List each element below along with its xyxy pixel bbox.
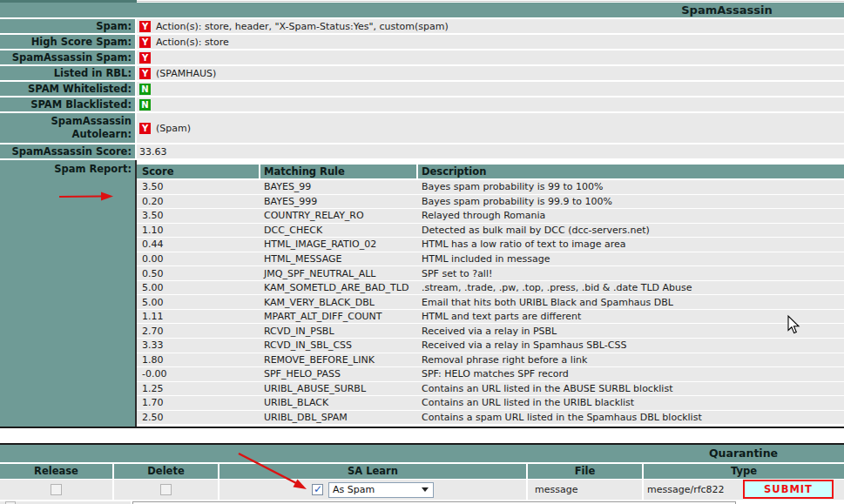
field-row-high-score-spam: High Score Spam: Y Action(s): store — [0, 35, 844, 49]
field-label: SPAM Blacklisted: — [0, 97, 135, 111]
type-value: message/rfc822 — [647, 484, 725, 495]
spam-report-table: Score Matching Rule Description 3.50 BAY… — [135, 160, 844, 428]
rule-name: RCVD_IN_PSBL — [260, 326, 418, 337]
column-header-release: Release — [0, 464, 112, 479]
field-label: Spam: — [0, 19, 135, 33]
file-value: message — [535, 484, 577, 495]
rule-description: Contains a spam URL listed in the Spamha… — [418, 412, 844, 423]
rule-name: URIBL_ABUSE_SURBL — [260, 383, 418, 394]
rule-score: 5.00 — [137, 297, 260, 308]
flag-yes-badge: Y — [139, 21, 151, 32]
sa-learn-cell: As Spam — [219, 480, 526, 500]
table-bottom-border — [0, 427, 844, 428]
release-checkbox[interactable] — [51, 484, 62, 495]
rule-score: 0.44 — [137, 239, 260, 250]
delete-checkbox[interactable] — [160, 484, 172, 495]
field-value: Action(s): store — [156, 37, 229, 48]
field-row-autolearn: SpamAssassin Autolearn: Y (Spam) — [0, 113, 844, 143]
spam-report-rule-row: -0.00 SPF_HELO_PASS SPF: HELO matches SP… — [137, 367, 844, 381]
rule-description: Received via a relay in PSBL — [418, 326, 844, 337]
column-header-score: Score — [137, 165, 259, 178]
field-value: 33.63 — [139, 146, 167, 158]
release-cell — [0, 480, 112, 500]
rule-score: 1.25 — [137, 383, 260, 394]
quarantine-title: Quarantine — [643, 447, 844, 460]
rule-description: Detected as bulk mail by DCC (dcc-server… — [418, 225, 844, 236]
rule-description: SPF set to ?all! — [418, 268, 844, 279]
rule-description: SPF: HELO matches SPF record — [418, 368, 844, 380]
field-value-cell: Y (SPAMHAUS) — [137, 66, 844, 80]
top-edge-line — [137, 1, 844, 2]
field-value-cell: N — [137, 82, 844, 96]
quarantine-panel: Quarantine Release Delete SA Learn File … — [0, 443, 844, 504]
field-row-score: SpamAssassin Score: 33.63 — [0, 144, 844, 158]
spam-report-rule-row: 1.11 MPART_ALT_DIFF_COUNT HTML and text … — [137, 310, 844, 324]
rule-score: 3.50 — [137, 181, 260, 192]
column-header-delete: Delete — [114, 464, 218, 479]
field-label: High Score Spam: — [0, 35, 135, 49]
submit-button[interactable]: SUBMIT — [743, 480, 834, 499]
spam-report-rule-row: 0.50 JMQ_SPF_NEUTRAL_ALL SPF set to ?all… — [137, 266, 844, 280]
rule-name: BAYES_999 — [260, 196, 418, 207]
quarantine-column-headers: Release Delete SA Learn File Type — [0, 464, 844, 479]
rule-description: Bayes spam probability is 99.9 to 100% — [418, 196, 844, 207]
rule-description: HTML included in message — [418, 253, 844, 265]
field-row-spam: Spam: Y Action(s): store, header, "X-Spa… — [0, 19, 844, 33]
field-value-cell: Y Action(s): store, header, "X-Spam-Stat… — [137, 19, 844, 33]
rule-description: Email that hits both URIBL Black and Spa… — [418, 297, 844, 308]
column-header-file: File — [528, 464, 642, 479]
rule-description: HTML and text parts are different — [418, 311, 844, 322]
column-header-sa-learn: SA Learn — [219, 464, 526, 479]
flag-yes-badge: Y — [139, 123, 151, 134]
column-header-type: Type — [644, 464, 844, 479]
rule-score: 1.70 — [137, 397, 260, 408]
field-label: SpamAssassin Autolearn: — [0, 113, 135, 143]
rule-score: 2.50 — [137, 412, 260, 423]
rule-name: JMQ_SPF_NEUTRAL_ALL — [260, 268, 418, 279]
rule-description: Relayed through Romania — [418, 210, 844, 221]
spam-report-row: Spam Report: Score Matching Rule Descrip… — [0, 160, 844, 428]
field-row-spam-whitelisted: SPAM Whitelisted: N — [0, 82, 844, 96]
panel-header: SpamAssassin — [0, 3, 844, 17]
flag-yes-badge: Y — [139, 52, 151, 64]
sa-learn-selected-option: As Spam — [333, 484, 375, 495]
rule-description: .stream, .trade, .pw, .top, .press, .bid… — [418, 282, 844, 293]
spam-report-rule-row: 3.50 COUNTRY_RELAY_RO Relayed through Ro… — [137, 209, 844, 223]
rule-score: 0.20 — [137, 196, 260, 207]
rule-name: HTML_MESSAGE — [260, 253, 418, 265]
rule-score: 2.70 — [137, 326, 260, 337]
rule-name: KAM_SOMETLD_ARE_BAD_TLD — [260, 282, 418, 293]
field-label: Listed in RBL: — [0, 66, 135, 80]
spam-report-rule-row: 1.80 REMOVE_BEFORE_LINK Removal phrase r… — [137, 353, 844, 367]
field-row-spam-blacklisted: SPAM Blacklisted: N — [0, 97, 844, 111]
flag-yes-badge: Y — [139, 68, 151, 79]
rule-name: URIBL_BLACK — [260, 397, 418, 408]
rule-score: 5.00 — [137, 282, 260, 293]
rule-score: 0.50 — [137, 268, 260, 279]
spam-report-rule-row: 2.50 URIBL_DBL_SPAM Contains a spam URL … — [137, 411, 844, 425]
rule-name: DCC_CHECK — [260, 225, 418, 236]
rule-name: COUNTRY_RELAY_RO — [260, 210, 418, 221]
sa-learn-checkbox[interactable] — [312, 484, 323, 495]
spam-report-body: 3.50 BAYES_99 Bayes spam probability is … — [137, 180, 844, 424]
dropdown-arrow-icon — [422, 487, 429, 492]
spamassassin-panel: SpamAssassin Spam: Y Action(s): store, h… — [0, 3, 844, 428]
rule-name: MPART_ALT_DIFF_COUNT — [260, 311, 418, 322]
field-value-cell: Y (Spam) — [137, 113, 844, 143]
spam-report-rule-row: 5.00 KAM_VERY_BLACK_DBL Email that hits … — [137, 295, 844, 309]
field-value-cell: N — [137, 97, 844, 111]
field-value: (SPAMHAUS) — [156, 68, 216, 79]
rule-description: Removal phrase right before a link — [418, 354, 844, 366]
spam-report-label: Spam Report: — [0, 160, 135, 428]
panel-title: SpamAssassin — [610, 3, 844, 17]
rule-description: Received via a relay in Spamhaus SBL-CSS — [418, 339, 844, 351]
rule-name: RCVD_IN_SBL_CSS — [260, 339, 418, 351]
spam-report-rule-row: 0.44 HTML_IMAGE_RATIO_02 HTML has a low … — [137, 238, 844, 252]
rule-name: SPF_HELO_PASS — [260, 368, 418, 380]
sa-learn-select[interactable]: As Spam — [328, 482, 434, 498]
rule-name: KAM_VERY_BLACK_DBL — [260, 297, 418, 308]
quarantine-header: Quarantine — [0, 445, 844, 462]
spam-report-rule-row: 0.00 HTML_MESSAGE HTML included in messa… — [137, 252, 844, 266]
rule-score: 1.10 — [137, 225, 260, 236]
rule-score: 1.80 — [137, 354, 260, 366]
